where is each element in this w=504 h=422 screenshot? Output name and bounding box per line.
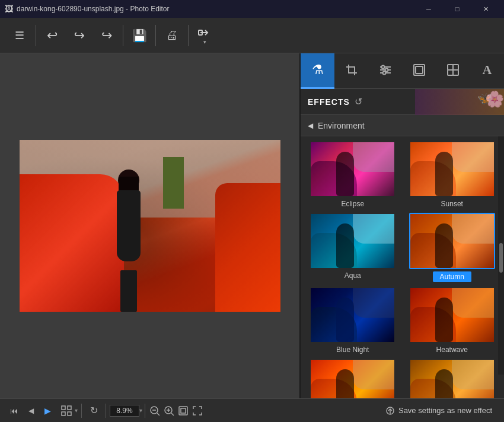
tab-crop[interactable]: [334, 53, 368, 89]
svg-rect-6: [448, 65, 453, 70]
save-button[interactable]: 💾: [126, 22, 153, 49]
photo-container: [20, 140, 280, 312]
panel-tabs: ⚗: [301, 53, 504, 89]
save-as-effect-button[interactable]: Save settings as new effect: [379, 404, 498, 418]
effect-thumb-extra1: [310, 359, 395, 398]
effect-thumb-autumn: [409, 213, 495, 269]
menu-button[interactable]: ☰: [6, 22, 33, 49]
effect-thumb-sunset: [409, 141, 495, 197]
effect-aqua[interactable]: Aqua: [305, 213, 400, 282]
rotate-button[interactable]: ↻: [85, 402, 102, 419]
effect-thumb-bluenight: [310, 287, 395, 343]
thumb-photo-sunset: [410, 142, 494, 196]
category-arrow-icon: ◀: [308, 122, 313, 130]
scrollbar-thumb[interactable]: [499, 243, 503, 273]
effect-extra1[interactable]: [305, 359, 400, 398]
effect-name-bluenight: Blue Night: [336, 346, 369, 354]
effects-label: EFFECTS: [308, 97, 350, 107]
effect-eclipse[interactable]: Eclipse: [305, 141, 400, 208]
reset-icon[interactable]: ↺: [355, 96, 362, 107]
effect-name-eclipse: Eclipse: [341, 200, 364, 208]
panel-scrollbar[interactable]: [498, 136, 504, 375]
nav-play-button[interactable]: ▶: [39, 402, 56, 419]
status-divider-3: [145, 404, 145, 418]
svg-point-3: [382, 72, 385, 75]
effect-thumb-aqua: [310, 213, 395, 269]
toolbar-divider-1: [36, 25, 36, 46]
thumb-photo-aqua: [311, 214, 394, 268]
svg-point-1: [381, 66, 384, 69]
svg-rect-17: [181, 408, 186, 413]
close-button[interactable]: ✕: [472, 0, 499, 18]
effect-bluenight[interactable]: Blue Night: [305, 287, 400, 354]
zoom-dropdown-arrow[interactable]: ▾: [139, 407, 142, 414]
zoom-in-button[interactable]: [162, 404, 176, 418]
svg-rect-8: [448, 70, 453, 75]
effect-name-heatwave: Heatwave: [436, 346, 468, 354]
effect-extra2[interactable]: [405, 359, 500, 398]
zoom-out-button[interactable]: [148, 404, 162, 418]
effects-header: EFFECTS ↺ 🦋 🌸: [301, 89, 504, 115]
undo2-button[interactable]: ↩: [66, 22, 93, 49]
effect-name-autumn: Autumn: [433, 271, 471, 282]
nav-first-button[interactable]: ⏮: [6, 402, 23, 419]
redo-button[interactable]: ↪: [93, 22, 120, 49]
window-title: darwin-kong-602890-unsplash.jpg - Photo …: [17, 5, 415, 13]
thumb-photo-eclipse: [311, 142, 394, 196]
svg-point-2: [385, 69, 388, 72]
tab-frames[interactable]: [403, 53, 436, 89]
tab-effects[interactable]: ⚗: [301, 53, 334, 89]
status-divider-2: [106, 404, 106, 418]
nav-grid-control: ▾: [58, 402, 78, 419]
effect-sunset[interactable]: Sunset: [405, 141, 500, 208]
grid-dropdown-arrow[interactable]: ▾: [75, 407, 78, 414]
svg-rect-16: [179, 407, 187, 415]
thumb-photo-extra1: [311, 360, 394, 398]
tab-overlay[interactable]: [436, 53, 470, 89]
svg-rect-13: [68, 412, 71, 415]
category-header[interactable]: ◀ Environment: [301, 115, 504, 136]
main-layout: ⚗: [0, 53, 504, 398]
svg-rect-5: [416, 66, 423, 73]
svg-rect-9: [453, 70, 458, 75]
category-name: Environment: [318, 121, 365, 130]
minimize-button[interactable]: ─: [415, 0, 442, 18]
svg-rect-10: [62, 406, 65, 410]
print-button[interactable]: 🖨: [158, 22, 186, 49]
zoom-display[interactable]: 8.9%: [110, 405, 139, 417]
effect-autumn[interactable]: Autumn: [405, 213, 500, 282]
effect-heatwave[interactable]: Heatwave: [405, 287, 500, 354]
effects-preview-strip: 🦋 🌸: [415, 89, 504, 115]
fullscreen-button[interactable]: [190, 404, 205, 418]
thumb-photo-heatwave: [410, 288, 494, 342]
tab-text[interactable]: A: [470, 53, 504, 89]
effect-name-sunset: Sunset: [441, 200, 463, 208]
effect-thumb-extra2: [409, 359, 495, 398]
effect-thumb-eclipse: [310, 141, 395, 197]
thumb-photo-bluenight: [311, 288, 394, 342]
right-panel: ⚗: [299, 53, 504, 398]
fit-to-window-button[interactable]: [176, 404, 190, 418]
main-photo: [20, 140, 280, 312]
toolbar-divider-3: [155, 25, 156, 46]
canvas-area: [0, 53, 299, 398]
undo-button[interactable]: ↩: [39, 22, 66, 49]
share-button[interactable]: ▾: [191, 22, 218, 49]
tab-adjust[interactable]: [368, 53, 402, 89]
svg-rect-12: [62, 412, 65, 415]
maximize-button[interactable]: □: [444, 0, 471, 18]
status-divider-1: [81, 404, 82, 418]
toolbar-divider-4: [188, 25, 189, 46]
svg-rect-7: [453, 65, 458, 70]
save-effect-label: Save settings as new effect: [398, 406, 492, 415]
thumb-photo-extra2: [410, 360, 494, 398]
effect-name-aqua: Aqua: [344, 271, 361, 280]
nav-grid-button[interactable]: [58, 402, 75, 419]
effect-thumb-heatwave: [409, 287, 495, 343]
flower-decoration: 🌸: [485, 90, 504, 108]
nav-prev-button[interactable]: ◀: [23, 402, 39, 419]
status-bar: ⏮ ◀ ▶ ▾ ↻ 8.9% ▾: [0, 398, 504, 422]
app-icon: 🖼: [5, 4, 13, 14]
main-toolbar: ☰ ↩ ↩ ↪ 💾 🖨 ▾: [0, 18, 504, 53]
title-bar: 🖼 darwin-kong-602890-unsplash.jpg - Phot…: [0, 0, 504, 18]
